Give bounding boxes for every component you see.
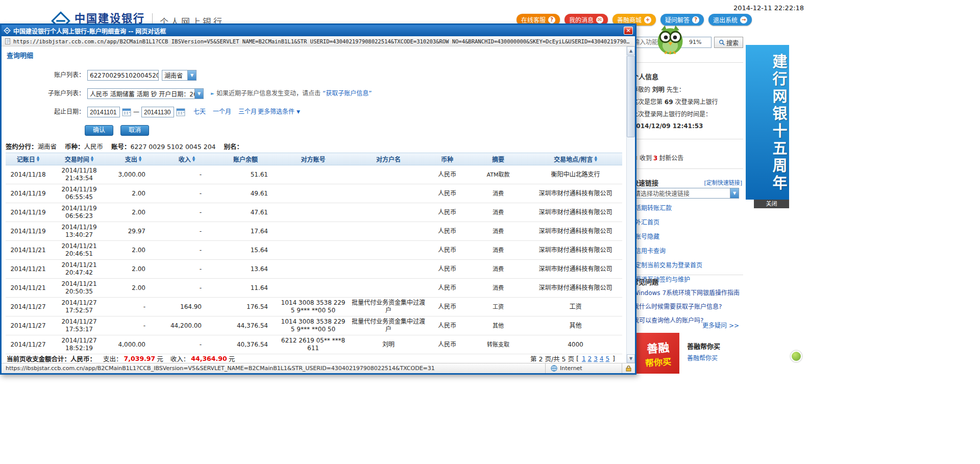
confirm-button[interactable]: 确认 [85, 125, 113, 136]
cell-balance: 11.64 [215, 283, 276, 293]
cell-location: 深圳市财付通科技有限公司 [529, 283, 622, 293]
cell-transaction-time: 2014/11/1906:56:23 [51, 204, 108, 221]
more-questions-link[interactable]: 更多疑问 >> [702, 321, 739, 329]
quick-link[interactable]: 账号隐藏 [635, 232, 702, 240]
cell-currency: 人民币 [427, 283, 468, 293]
cell-posting-date: 2014/11/21 [6, 264, 51, 274]
date-to-input[interactable] [141, 107, 174, 117]
quick-link[interactable]: 定制当前交易为登录首页 [635, 260, 702, 269]
subaccount-list-label: 子账户列表： [32, 88, 85, 99]
cell-currency: 人民币 [427, 302, 468, 312]
cell-memo: 消费 [468, 227, 529, 236]
header-quick-button[interactable]: 退出系统 → [708, 14, 752, 26]
table-row: 2014/11/19 2014/11/1906:56:23 2.00 - 47.… [6, 203, 622, 222]
dialog-address-bar: https://ibsbjstar.ccb.com.cn/app/B2CMain… [2, 36, 635, 46]
cell-counterparty-account [276, 249, 350, 251]
globe-icon [551, 365, 557, 372]
col-currency: 币种 [427, 155, 468, 163]
quick-link[interactable]: 外汇首页 [635, 217, 702, 226]
cell-location: 深圳市财付通科技有限公司 [529, 246, 622, 255]
page-link[interactable]: 3 [594, 355, 598, 362]
calendar-icon[interactable] [122, 108, 131, 116]
total-inflow: 44,364.90 [191, 355, 227, 362]
promo-line2: 帮你买 [645, 354, 672, 369]
range-shortcut-link[interactable]: 一个月 [213, 107, 231, 117]
calendar-icon[interactable] [176, 108, 185, 116]
cell-counterparty-account: 1014 3008 3538 2295 9*** **00 50 [276, 317, 350, 334]
cell-inflow: - [159, 264, 215, 274]
subaccount-select-value: 人民币 活期储蓄 活期 钞 开户日期：20060530 [88, 89, 194, 98]
cell-memo: 消费 [468, 246, 529, 255]
cell-posting-date: 2014/11/21 [6, 283, 51, 293]
branch-value: 湖南省 [38, 143, 57, 151]
banner-close-button[interactable]: 关闭 [754, 200, 789, 208]
table-row: 2014/11/18 2014/11/1821:43:54 3,000.00 -… [6, 165, 622, 184]
table-row: 2014/11/19 2014/11/1913:40:27 29.97 - 17… [6, 222, 622, 241]
quick-link[interactable]: 活期转账汇款 [635, 203, 702, 212]
more-filters[interactable]: 更多筛选条件 ▼ [258, 107, 300, 117]
cancel-button[interactable]: 取消 [120, 125, 149, 136]
customize-quick-links[interactable]: [定制快速链接] [704, 178, 742, 186]
vertical-scrollbar[interactable]: ▲ ▼ [626, 46, 635, 363]
promo-banner[interactable]: 善融 帮你买 [636, 333, 679, 374]
button-label: 我的消息 [569, 15, 594, 24]
note-arrow-icon: ► [211, 88, 214, 99]
col-inflow[interactable]: 收入▲▼ [159, 155, 215, 163]
page-link[interactable]: 2 [588, 355, 592, 362]
table-body: 2014/11/18 2014/11/1821:43:54 3,000.00 -… [6, 165, 622, 354]
col-location[interactable]: 交易地点/附言▲▼ [529, 155, 622, 163]
cell-counterparty-account [276, 287, 350, 289]
header-quick-button[interactable]: 疑问解答 ? [660, 14, 704, 26]
table-row: 2014/11/21 2014/11/2120:46:51 2.00 - 15.… [6, 241, 622, 260]
scrollbar-thumb[interactable] [627, 56, 635, 137]
cell-balance: 51.61 [215, 170, 276, 180]
promo-link[interactable]: 善融帮你买 [687, 353, 718, 362]
cell-inflow: - [159, 189, 215, 199]
province-select[interactable]: 湖南省 ▼ [162, 70, 197, 81]
account-select[interactable]: 6227002951020045204 [87, 70, 159, 81]
search-icon [719, 39, 725, 45]
col-posting-date[interactable]: 记账日▲▼ [6, 155, 51, 163]
statusbar-zone: Internet [545, 363, 622, 373]
date-from-input[interactable] [87, 107, 120, 117]
dialog-url[interactable]: https://ibsbjstar.ccb.com.cn/app/B2CMain… [13, 38, 632, 44]
range-shortcut-link[interactable]: 三个月 [238, 107, 257, 117]
close-icon[interactable]: × [624, 27, 633, 35]
subaccount-select[interactable]: 人民币 活期储蓄 活期 钞 开户日期：20060530 ▼ [87, 88, 204, 99]
search-progress-badge: 91% [689, 39, 701, 45]
range-shortcut-link[interactable]: 七天 [193, 107, 206, 117]
cell-posting-date: 2014/11/27 [6, 302, 51, 312]
page-link[interactable]: 4 [600, 355, 604, 362]
owl-mascot-icon [653, 23, 687, 56]
search-button[interactable]: 搜索 [714, 37, 743, 48]
faq-link[interactable]: 我什么时候需要获取子账户信息? [633, 302, 740, 310]
scroll-down-icon[interactable]: ▼ [627, 354, 635, 363]
sidebar-divider [631, 62, 743, 63]
cell-memo: 工资 [468, 302, 529, 312]
page-link[interactable]: 5 [605, 355, 609, 362]
sidebar-divider [631, 139, 743, 139]
quick-link[interactable]: 信用卡查询 [635, 246, 702, 255]
account-detail-dialog: 中国建设银行个人网上银行-账户明细查询 -- 网页对话框 × https://i… [0, 23, 636, 375]
col-memo: 摘要 [468, 155, 529, 163]
greeting-line: 尊敬的 刘明 先生： [632, 85, 685, 93]
faq-link[interactable]: Windows 7系统环境下网银盾操作指南 [633, 288, 740, 297]
col-outflow[interactable]: 支出▲▼ [108, 155, 159, 163]
sidebar-divider [631, 275, 743, 275]
cell-balance: 40,376.54 [215, 340, 276, 350]
col-balance: 账户余额 [215, 155, 276, 163]
anniversary-banner[interactable]: 建行网银十五周年 [746, 45, 789, 200]
col-transaction-time[interactable]: 交易时间▲▼ [51, 155, 108, 163]
chevron-down-icon: ▼ [297, 107, 300, 117]
new-notices-line[interactable]: ✉收到3封新公告 [632, 153, 683, 162]
qq-icon[interactable] [791, 351, 802, 362]
quick-link-select[interactable]: 请选择功能快速链接 ▼ [632, 188, 739, 199]
last-login-time: 2014/12/09 12:41:53 [632, 123, 703, 130]
cell-counterparty-account [276, 268, 350, 270]
get-subaccount-link[interactable]: “获取子账户信息” [323, 88, 372, 99]
dialog-titlebar[interactable]: 中国建设银行个人网上银行-账户明细查询 -- 网页对话框 × [2, 25, 635, 36]
page-link[interactable]: 1 [582, 355, 586, 362]
more-filters-link: 更多筛选条件 [258, 107, 295, 117]
scroll-up-icon[interactable]: ▲ [627, 46, 635, 55]
cell-posting-date: 2014/11/19 [6, 189, 51, 199]
